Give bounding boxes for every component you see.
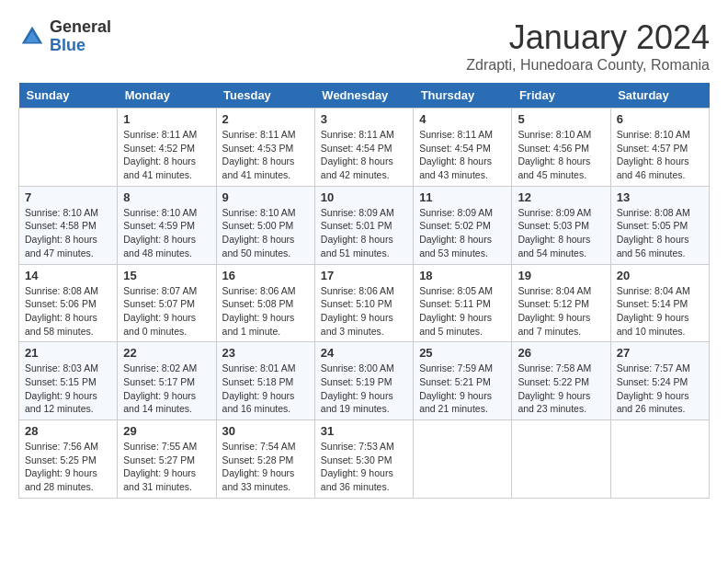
day-number: 1 [123,112,210,126]
title-area: January 2024 Zdrapti, Hunedoara County, … [466,18,710,74]
day-cell: 6Sunrise: 8:10 AM Sunset: 4:57 PM Daylig… [610,109,709,187]
day-number: 17 [321,269,407,282]
week-row-3: 14Sunrise: 8:08 AM Sunset: 5:06 PM Dayli… [19,264,710,342]
week-row-1: 1Sunrise: 8:11 AM Sunset: 4:52 PM Daylig… [19,109,710,187]
day-number: 9 [222,190,309,204]
day-info: Sunrise: 8:06 AM Sunset: 5:08 PM Dayligh… [222,284,309,339]
day-info: Sunrise: 8:05 AM Sunset: 5:11 PM Dayligh… [419,284,506,339]
day-cell: 12Sunrise: 8:09 AM Sunset: 5:03 PM Dayli… [512,186,610,264]
day-info: Sunrise: 8:04 AM Sunset: 5:14 PM Dayligh… [617,284,703,339]
day-cell [610,420,709,499]
day-number: 14 [25,269,111,282]
day-info: Sunrise: 7:54 AM Sunset: 5:28 PM Dayligh… [222,440,309,494]
day-info: Sunrise: 7:57 AM Sunset: 5:24 PM Dayligh… [617,362,703,416]
day-cell [512,420,610,499]
day-cell [414,420,512,499]
day-cell: 19Sunrise: 8:04 AM Sunset: 5:12 PM Dayli… [512,264,610,342]
day-cell: 15Sunrise: 8:07 AM Sunset: 5:07 PM Dayli… [118,264,216,342]
day-number: 30 [222,424,309,438]
day-cell: 7Sunrise: 8:10 AM Sunset: 4:58 PM Daylig… [19,186,118,264]
day-cell: 28Sunrise: 7:56 AM Sunset: 5:25 PM Dayli… [19,420,118,499]
day-cell: 14Sunrise: 8:08 AM Sunset: 5:06 PM Dayli… [19,264,118,342]
day-cell: 13Sunrise: 8:08 AM Sunset: 5:05 PM Dayli… [610,186,709,264]
day-cell: 24Sunrise: 8:00 AM Sunset: 5:19 PM Dayli… [314,342,413,420]
day-header-friday: Friday [512,83,610,109]
day-info: Sunrise: 8:09 AM Sunset: 5:03 PM Dayligh… [518,206,604,260]
day-cell: 23Sunrise: 8:01 AM Sunset: 5:18 PM Dayli… [216,342,314,420]
day-cell: 9Sunrise: 8:10 AM Sunset: 5:00 PM Daylig… [216,186,314,264]
day-cell: 26Sunrise: 7:58 AM Sunset: 5:22 PM Dayli… [512,342,610,420]
day-cell: 4Sunrise: 8:11 AM Sunset: 4:54 PM Daylig… [414,109,512,187]
day-number: 8 [123,190,210,204]
day-header-sunday: Sunday [19,83,118,109]
day-info: Sunrise: 8:08 AM Sunset: 5:06 PM Dayligh… [25,284,111,339]
day-cell: 22Sunrise: 8:02 AM Sunset: 5:17 PM Dayli… [118,342,216,420]
day-cell: 5Sunrise: 8:10 AM Sunset: 4:56 PM Daylig… [512,109,610,187]
day-number: 7 [25,190,111,204]
day-number: 6 [617,112,703,126]
day-cell: 2Sunrise: 8:11 AM Sunset: 4:53 PM Daylig… [216,109,314,187]
day-cell: 11Sunrise: 8:09 AM Sunset: 5:02 PM Dayli… [414,186,512,264]
day-cell: 1Sunrise: 8:11 AM Sunset: 4:52 PM Daylig… [118,109,216,187]
day-cell: 27Sunrise: 7:57 AM Sunset: 5:24 PM Dayli… [610,342,709,420]
day-info: Sunrise: 8:11 AM Sunset: 4:54 PM Dayligh… [321,128,407,182]
day-number: 24 [321,346,407,360]
day-cell: 20Sunrise: 8:04 AM Sunset: 5:14 PM Dayli… [610,264,709,342]
day-info: Sunrise: 8:10 AM Sunset: 4:56 PM Dayligh… [518,128,604,182]
day-info: Sunrise: 7:56 AM Sunset: 5:25 PM Dayligh… [25,440,111,494]
day-cell: 8Sunrise: 8:10 AM Sunset: 4:59 PM Daylig… [118,186,216,264]
day-number: 20 [617,269,703,282]
day-info: Sunrise: 7:55 AM Sunset: 5:27 PM Dayligh… [123,440,210,494]
day-cell: 25Sunrise: 7:59 AM Sunset: 5:21 PM Dayli… [414,342,512,420]
day-info: Sunrise: 8:07 AM Sunset: 5:07 PM Dayligh… [123,284,210,339]
day-number: 26 [518,346,604,360]
day-number: 12 [518,190,604,204]
day-number: 10 [321,190,407,204]
day-number: 3 [321,112,407,126]
day-number: 13 [617,190,703,204]
days-header-row: SundayMondayTuesdayWednesdayThursdayFrid… [19,83,710,109]
location-subtitle: Zdrapti, Hunedoara County, Romania [466,57,710,74]
day-number: 22 [123,346,210,360]
day-info: Sunrise: 8:11 AM Sunset: 4:54 PM Dayligh… [419,128,506,182]
day-cell: 31Sunrise: 7:53 AM Sunset: 5:30 PM Dayli… [314,420,413,499]
logo-text: General Blue [50,18,111,55]
day-number: 27 [617,346,703,360]
day-number: 11 [419,190,506,204]
day-info: Sunrise: 8:04 AM Sunset: 5:12 PM Dayligh… [518,284,604,339]
day-info: Sunrise: 8:02 AM Sunset: 5:17 PM Dayligh… [123,362,210,416]
day-cell: 18Sunrise: 8:05 AM Sunset: 5:11 PM Dayli… [414,264,512,342]
day-info: Sunrise: 7:53 AM Sunset: 5:30 PM Dayligh… [321,440,407,494]
day-info: Sunrise: 8:10 AM Sunset: 4:59 PM Dayligh… [123,206,210,260]
day-info: Sunrise: 8:08 AM Sunset: 5:05 PM Dayligh… [617,206,703,260]
page-header: General Blue January 2024 Zdrapti, Huned… [18,18,710,74]
day-number: 19 [518,269,604,282]
day-info: Sunrise: 8:10 AM Sunset: 4:57 PM Dayligh… [617,128,703,182]
day-cell: 10Sunrise: 8:09 AM Sunset: 5:01 PM Dayli… [314,186,413,264]
day-number: 15 [123,269,210,282]
day-info: Sunrise: 8:11 AM Sunset: 4:52 PM Dayligh… [123,128,210,182]
day-number: 5 [518,112,604,126]
day-info: Sunrise: 7:58 AM Sunset: 5:22 PM Dayligh… [518,362,604,416]
day-number: 18 [419,269,506,282]
day-cell [19,109,118,187]
day-number: 21 [25,346,111,360]
logo-icon [18,23,46,51]
day-number: 31 [321,424,407,438]
week-row-4: 21Sunrise: 8:03 AM Sunset: 5:15 PM Dayli… [19,342,710,420]
day-info: Sunrise: 8:09 AM Sunset: 5:01 PM Dayligh… [321,206,407,260]
week-row-5: 28Sunrise: 7:56 AM Sunset: 5:25 PM Dayli… [19,420,710,499]
day-number: 16 [222,269,309,282]
day-number: 29 [123,424,210,438]
week-row-2: 7Sunrise: 8:10 AM Sunset: 4:58 PM Daylig… [19,186,710,264]
day-info: Sunrise: 8:01 AM Sunset: 5:18 PM Dayligh… [222,362,309,416]
day-number: 4 [419,112,506,126]
day-info: Sunrise: 8:10 AM Sunset: 4:58 PM Dayligh… [25,206,111,260]
logo: General Blue [18,18,111,55]
day-cell: 29Sunrise: 7:55 AM Sunset: 5:27 PM Dayli… [118,420,216,499]
day-header-tuesday: Tuesday [216,83,314,109]
day-header-wednesday: Wednesday [314,83,413,109]
day-info: Sunrise: 8:11 AM Sunset: 4:53 PM Dayligh… [222,128,309,182]
calendar-table: SundayMondayTuesdayWednesdayThursdayFrid… [18,83,710,499]
day-info: Sunrise: 8:09 AM Sunset: 5:02 PM Dayligh… [419,206,506,260]
